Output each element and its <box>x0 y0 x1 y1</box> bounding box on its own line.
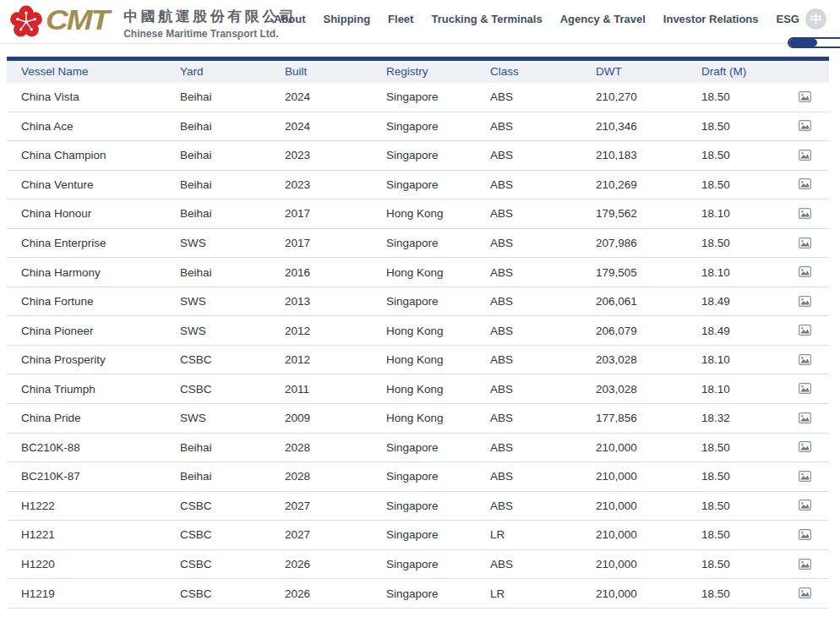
cell-registry: Hong Kong <box>372 199 476 229</box>
cell-class: ABS <box>476 462 581 492</box>
nav-item-investor-relations[interactable]: Investor Relations <box>663 13 759 25</box>
vessel-photo-button[interactable] <box>797 469 813 483</box>
cell-photo <box>780 491 829 521</box>
cell-dwt: 210,000 <box>581 579 687 609</box>
image-icon <box>799 325 811 336</box>
cell-class: ABS <box>476 404 581 434</box>
cell-dwt: 206,061 <box>581 287 687 316</box>
table-row: China Champion Beihai 2023 Singapore ABS… <box>7 141 829 171</box>
nav-item-trucking-terminals[interactable]: Trucking & Terminals <box>431 13 542 25</box>
image-icon <box>799 238 811 248</box>
cell-draft: 18.50 <box>687 170 780 199</box>
nav-list: AboutShippingFleetTrucking & TerminalsAg… <box>274 13 799 25</box>
language-toggle-button[interactable]: 中 <box>805 8 826 30</box>
vessel-photo-button[interactable] <box>797 411 813 425</box>
cell-photo <box>780 345 829 374</box>
cell-draft: 18.50 <box>687 491 780 521</box>
cell-yard: CSBC <box>166 491 270 521</box>
fleet-table-section: Vessel NameYardBuiltRegistryClassDWTDraf… <box>7 57 829 609</box>
vessel-photo-button[interactable] <box>797 177 813 191</box>
cell-registry: Singapore <box>372 491 476 521</box>
vessel-photo-button[interactable] <box>797 265 813 279</box>
column-header-draft-m-: Draft (M) <box>687 59 780 83</box>
cell-photo <box>780 228 829 258</box>
cell-dwt: 179,562 <box>581 199 687 229</box>
cell-registry: Singapore <box>372 433 476 462</box>
cell-photo <box>780 404 829 434</box>
vessel-photo-button[interactable] <box>797 323 813 337</box>
cell-registry: Hong Kong <box>372 316 476 346</box>
nav-item-esg[interactable]: ESG <box>777 13 799 25</box>
cell-class: ABS <box>476 83 581 112</box>
image-icon <box>799 441 811 452</box>
cell-vessel-name: China Fortune <box>7 287 166 316</box>
cell-vessel-name: China Triumph <box>7 374 166 404</box>
cell-built: 2027 <box>270 491 372 521</box>
company-logo[interactable]: CMT 中國航運股份有限公司 Chinese Maritime Transpor… <box>8 4 297 40</box>
cell-dwt: 210,000 <box>581 433 687 462</box>
cell-registry: Singapore <box>372 141 476 171</box>
cell-class: ABS <box>476 287 581 316</box>
nav-item-shipping[interactable]: Shipping <box>323 13 370 25</box>
cell-draft: 18.32 <box>687 404 780 434</box>
image-icon <box>799 120 811 131</box>
cell-vessel-name: China Champion <box>7 141 166 171</box>
vessel-photo-button[interactable] <box>797 118 813 133</box>
cell-class: ABS <box>476 345 581 374</box>
image-icon <box>799 266 811 277</box>
vessel-photo-button[interactable] <box>797 148 813 162</box>
table-row: H1220 CSBC 2026 Singapore ABS 210,000 18… <box>7 549 829 579</box>
nav-item-about[interactable]: About <box>274 13 306 25</box>
cell-class: ABS <box>476 316 581 346</box>
cell-photo <box>780 316 829 346</box>
company-name-zh: 中國航運股份有限公司 <box>123 7 297 26</box>
column-header-built: Built <box>270 59 372 83</box>
cell-photo <box>780 579 829 609</box>
cell-dwt: 210,270 <box>581 83 687 112</box>
vessel-photo-button[interactable] <box>797 440 813 454</box>
vessel-photo-button[interactable] <box>797 90 813 104</box>
image-icon <box>799 471 811 482</box>
cell-photo <box>780 549 829 579</box>
vessel-photo-button[interactable] <box>797 236 813 250</box>
vessel-photo-button[interactable] <box>797 557 813 571</box>
cell-class: LR <box>476 579 581 609</box>
cell-dwt: 207,986 <box>581 228 687 258</box>
cell-built: 2011 <box>270 374 372 404</box>
cell-vessel-name: H1220 <box>7 549 166 579</box>
cell-built: 2027 <box>270 521 372 550</box>
cell-class: ABS <box>476 199 581 229</box>
cell-registry: Singapore <box>372 549 476 579</box>
cell-yard: Beihai <box>166 462 270 492</box>
cell-vessel-name: H1219 <box>7 579 166 609</box>
vessel-photo-button[interactable] <box>797 352 813 367</box>
cell-vessel-name: China Harmony <box>7 258 166 287</box>
cell-dwt: 210,346 <box>581 112 687 141</box>
cell-dwt: 179,505 <box>581 258 687 287</box>
cell-registry: Hong Kong <box>372 404 476 434</box>
cell-draft: 18.50 <box>687 521 780 550</box>
nav-item-fleet[interactable]: Fleet <box>388 13 413 25</box>
cell-built: 2024 <box>270 112 372 141</box>
cell-draft: 18.50 <box>687 228 780 258</box>
vessel-photo-button[interactable] <box>797 498 813 512</box>
cell-registry: Singapore <box>372 462 476 492</box>
cell-class: ABS <box>476 374 581 404</box>
nav-item-agency-travel[interactable]: Agency & Travel <box>560 13 646 25</box>
cell-registry: Hong Kong <box>372 345 476 374</box>
vessel-photo-button[interactable] <box>797 381 813 396</box>
cell-vessel-name: China Pioneer <box>7 316 166 346</box>
cell-vessel-name: H1222 <box>7 491 166 521</box>
cell-vessel-name: China Vista <box>7 83 166 112</box>
cell-built: 2013 <box>270 287 372 316</box>
cell-yard: SWS <box>166 287 270 316</box>
vessel-photo-button[interactable] <box>797 586 813 600</box>
plum-blossom-icon <box>8 4 44 40</box>
vessel-photo-button[interactable] <box>797 294 813 308</box>
table-row: China Triumph CSBC 2011 Hong Kong ABS 20… <box>7 374 829 404</box>
image-icon <box>799 91 811 102</box>
vessel-photo-button[interactable] <box>797 527 813 542</box>
cell-yard: Beihai <box>166 170 270 199</box>
vessel-photo-button[interactable] <box>797 206 813 221</box>
cell-registry: Singapore <box>372 170 476 199</box>
